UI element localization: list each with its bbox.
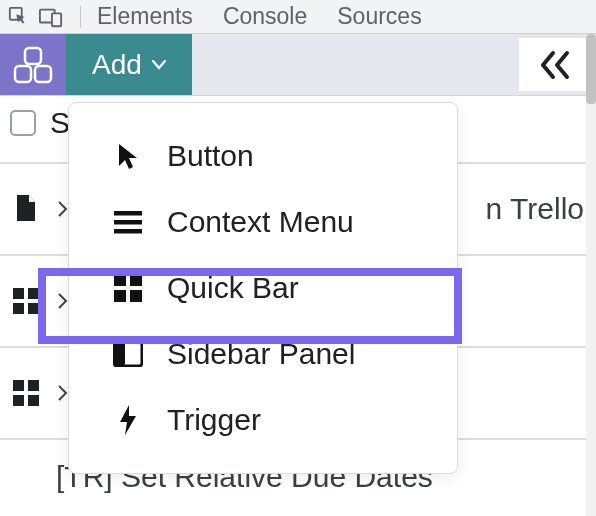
menu-item-label: Context Menu xyxy=(167,205,354,239)
menu-item-quick-bar[interactable]: Quick Bar xyxy=(69,255,457,321)
chevrons-left-icon xyxy=(539,50,573,80)
svg-rect-8 xyxy=(13,303,24,314)
svg-rect-10 xyxy=(13,380,24,391)
add-button-label: Add xyxy=(92,49,142,81)
svg-rect-3 xyxy=(25,48,41,64)
collapse-button[interactable] xyxy=(519,38,593,91)
svg-rect-9 xyxy=(28,303,39,314)
svg-rect-2 xyxy=(52,13,61,26)
select-all-checkbox[interactable] xyxy=(10,110,36,136)
grid-icon xyxy=(12,380,40,406)
app-toolbar: Add xyxy=(0,34,596,96)
caret-down-icon xyxy=(152,60,166,70)
svg-rect-20 xyxy=(130,290,142,302)
svg-rect-5 xyxy=(35,66,51,82)
bolt-icon xyxy=(111,403,145,437)
menu-item-button[interactable]: Button xyxy=(69,123,457,189)
device-toggle-icon[interactable] xyxy=(38,4,64,30)
hamburger-icon xyxy=(111,205,145,239)
caret-right-icon xyxy=(58,201,68,217)
svg-rect-17 xyxy=(114,274,126,286)
menu-item-context-menu[interactable]: Context Menu xyxy=(69,189,457,255)
svg-rect-15 xyxy=(114,220,142,225)
sidebar-icon xyxy=(111,337,145,371)
svg-rect-11 xyxy=(28,380,39,391)
grid-icon xyxy=(12,288,40,314)
vertical-scrollbar[interactable] xyxy=(586,34,596,516)
row-text: n Trello xyxy=(486,192,584,226)
scrollbar-thumb[interactable] xyxy=(586,34,596,104)
menu-item-label: Sidebar Panel xyxy=(167,337,355,371)
tab-elements[interactable]: Elements xyxy=(97,3,193,30)
menu-item-label: Trigger xyxy=(167,403,261,437)
devtools-tabs: Elements Console Sources xyxy=(97,3,422,30)
cursor-icon xyxy=(111,139,145,173)
add-dropdown-menu: Button Context Menu Quick Bar xyxy=(68,102,458,474)
tab-sources[interactable]: Sources xyxy=(337,3,421,30)
menu-item-label: Button xyxy=(167,139,254,173)
tab-console[interactable]: Console xyxy=(223,3,307,30)
grid-logo-icon xyxy=(13,45,53,85)
menu-item-label: Quick Bar xyxy=(167,271,299,305)
file-icon xyxy=(12,195,40,223)
app-logo-tile[interactable] xyxy=(0,34,66,95)
devtools-bar: Elements Console Sources xyxy=(0,0,596,34)
svg-rect-7 xyxy=(28,288,39,299)
inspect-icon[interactable] xyxy=(6,4,32,30)
menu-item-trigger[interactable]: Trigger xyxy=(69,387,457,453)
grid-icon xyxy=(111,271,145,305)
svg-rect-19 xyxy=(114,290,126,302)
svg-rect-13 xyxy=(28,395,39,406)
add-button[interactable]: Add xyxy=(66,34,192,95)
svg-rect-22 xyxy=(114,342,125,366)
svg-rect-14 xyxy=(114,211,142,216)
svg-rect-4 xyxy=(15,66,31,82)
caret-right-icon xyxy=(58,385,68,401)
divider xyxy=(80,6,81,28)
caret-right-icon xyxy=(58,293,68,309)
svg-rect-12 xyxy=(13,395,24,406)
menu-item-sidebar-panel[interactable]: Sidebar Panel xyxy=(69,321,457,387)
header-initial: S xyxy=(50,106,70,140)
svg-rect-16 xyxy=(114,229,142,234)
svg-rect-18 xyxy=(130,274,142,286)
svg-rect-6 xyxy=(13,288,24,299)
